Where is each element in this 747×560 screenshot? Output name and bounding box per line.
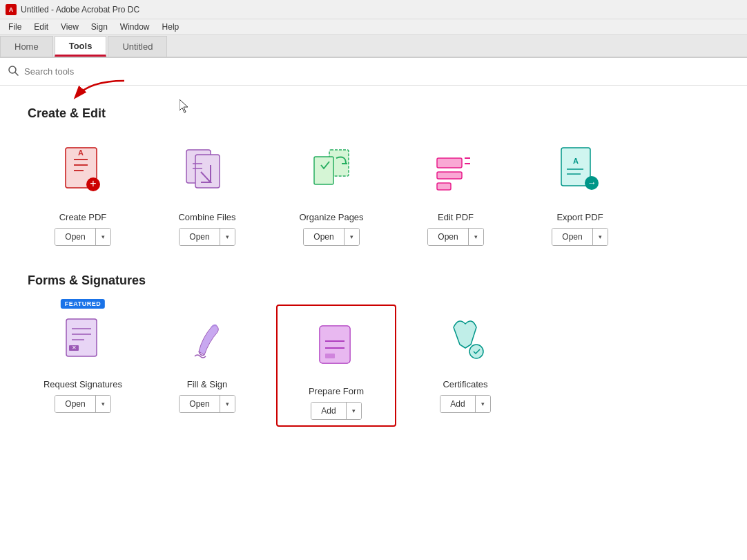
export-pdf-icon-area: A → bbox=[545, 137, 614, 206]
tool-request-signatures: FEATURED ✕ Request Signatures Open ▾ bbox=[28, 305, 138, 427]
request-signatures-btn-group: Open ▾ bbox=[55, 395, 110, 413]
section-forms-signatures: Forms & Signatures FEATURED ✕ Request Si… bbox=[28, 273, 719, 427]
combine-files-icon-area bbox=[173, 137, 242, 206]
organize-pages-icon bbox=[307, 144, 356, 200]
svg-text:✕: ✕ bbox=[71, 345, 76, 351]
menu-help[interactable]: Help bbox=[157, 21, 185, 33]
combine-files-open-btn[interactable]: Open bbox=[180, 229, 219, 245]
export-pdf-dropdown-btn[interactable]: ▾ bbox=[592, 229, 608, 245]
certificates-btn-group: Add ▾ bbox=[440, 395, 490, 413]
svg-rect-18 bbox=[314, 157, 333, 184]
combine-files-dropdown-btn[interactable]: ▾ bbox=[220, 229, 235, 245]
edit-pdf-name: Edit PDF bbox=[438, 212, 474, 222]
window-title: Untitled - Adobe Acrobat Pro DC bbox=[21, 5, 139, 15]
create-pdf-dropdown-btn[interactable]: ▾ bbox=[95, 229, 110, 245]
svg-line-2 bbox=[15, 73, 18, 75]
organize-pages-name: Organize Pages bbox=[299, 212, 363, 222]
menu-bar: File Edit View Sign Window Help bbox=[0, 19, 747, 35]
certificates-icon bbox=[443, 313, 488, 365]
prepare-form-name: Prepare Form bbox=[309, 386, 364, 396]
certificates-add-btn[interactable]: Add bbox=[440, 396, 474, 412]
request-signatures-name: Request Signatures bbox=[43, 379, 122, 389]
tool-combine-files: Combine Files Open ▾ bbox=[152, 137, 262, 246]
combine-files-btn-group: Open ▾ bbox=[179, 228, 235, 246]
main-content: Create & Edit A + Create PDF bbox=[0, 86, 747, 560]
fill-sign-icon bbox=[185, 313, 230, 365]
organize-pages-open-btn[interactable]: Open bbox=[304, 229, 343, 245]
menu-file[interactable]: File bbox=[3, 21, 27, 33]
tool-prepare-form: Prepare Form Add ▾ bbox=[276, 305, 396, 427]
organize-pages-icon-area bbox=[297, 137, 366, 206]
request-signatures-icon: ✕ bbox=[61, 313, 106, 365]
svg-text:A: A bbox=[78, 148, 84, 157]
svg-text:→: → bbox=[588, 177, 596, 188]
title-bar: A Untitled - Adobe Acrobat Pro DC bbox=[0, 0, 747, 19]
edit-pdf-open-btn[interactable]: Open bbox=[428, 229, 467, 245]
svg-text:A: A bbox=[573, 157, 579, 165]
fill-sign-dropdown-btn[interactable]: ▾ bbox=[220, 396, 235, 412]
prepare-form-icon-area bbox=[302, 311, 371, 380]
menu-edit[interactable]: Edit bbox=[28, 21, 54, 33]
tool-certificates: Certificates Add ▾ bbox=[410, 305, 521, 427]
edit-pdf-btn-group: Open ▾ bbox=[427, 228, 483, 246]
create-pdf-name: Create PDF bbox=[59, 212, 107, 222]
menu-view[interactable]: View bbox=[55, 21, 84, 33]
svg-point-41 bbox=[469, 345, 483, 358]
fill-sign-open-btn[interactable]: Open bbox=[180, 396, 219, 412]
search-icon bbox=[8, 66, 19, 78]
section-create-edit-title: Create & Edit bbox=[28, 106, 719, 121]
request-signatures-open-btn[interactable]: Open bbox=[55, 396, 95, 412]
app-icon: A bbox=[6, 4, 17, 15]
tab-tools-label: Tools bbox=[69, 41, 93, 51]
export-pdf-open-btn[interactable]: Open bbox=[552, 229, 592, 245]
combine-files-icon bbox=[183, 144, 231, 200]
export-pdf-icon: A → bbox=[556, 144, 604, 200]
organize-pages-dropdown-btn[interactable]: ▾ bbox=[344, 229, 359, 245]
prepare-form-btn-group: Add ▾ bbox=[311, 402, 361, 420]
fill-sign-name: Fill & Sign bbox=[187, 379, 228, 389]
tab-home[interactable]: Home bbox=[0, 36, 53, 57]
tab-untitled[interactable]: Untitled bbox=[108, 36, 167, 57]
combine-files-name: Combine Files bbox=[178, 212, 235, 222]
svg-rect-20 bbox=[437, 172, 462, 179]
export-pdf-btn-group: Open ▾ bbox=[552, 228, 608, 246]
search-bar bbox=[0, 58, 747, 86]
create-pdf-icon: A + bbox=[59, 144, 107, 200]
section-forms-signatures-title: Forms & Signatures bbox=[28, 273, 719, 288]
forms-signatures-grid: FEATURED ✕ Request Signatures Open ▾ bbox=[28, 305, 719, 427]
certificates-dropdown-btn[interactable]: ▾ bbox=[475, 396, 490, 412]
organize-pages-btn-group: Open ▾ bbox=[303, 228, 359, 246]
create-edit-grid: A + Create PDF Open ▾ bbox=[28, 137, 719, 246]
create-pdf-open-btn[interactable]: Open bbox=[55, 229, 95, 245]
svg-rect-19 bbox=[437, 158, 462, 168]
fill-sign-btn-group: Open ▾ bbox=[179, 395, 235, 413]
menu-window[interactable]: Window bbox=[115, 21, 155, 33]
svg-rect-40 bbox=[325, 354, 335, 358]
featured-badge: FEATURED bbox=[61, 299, 105, 309]
tab-untitled-label: Untitled bbox=[122, 41, 153, 52]
create-pdf-icon-area: A + bbox=[48, 137, 117, 206]
edit-pdf-icon bbox=[431, 144, 480, 200]
search-input[interactable] bbox=[24, 66, 739, 77]
prepare-form-add-btn[interactable]: Add bbox=[311, 403, 345, 419]
request-signatures-dropdown-btn[interactable]: ▾ bbox=[95, 396, 110, 412]
prepare-form-icon bbox=[314, 320, 359, 372]
edit-pdf-icon-area bbox=[421, 137, 490, 206]
menu-sign[interactable]: Sign bbox=[86, 21, 113, 33]
tool-export-pdf: A → Export PDF Open ▾ bbox=[525, 137, 635, 246]
tool-edit-pdf: Edit PDF Open ▾ bbox=[400, 137, 511, 246]
certificates-icon-area bbox=[431, 305, 500, 374]
prepare-form-dropdown-btn[interactable]: ▾ bbox=[346, 403, 361, 419]
create-pdf-btn-group: Open ▾ bbox=[55, 228, 110, 246]
tab-home-label: Home bbox=[14, 41, 39, 52]
fill-sign-icon-area bbox=[173, 305, 242, 374]
export-pdf-name: Export PDF bbox=[556, 212, 603, 222]
certificates-name: Certificates bbox=[443, 379, 487, 389]
edit-pdf-dropdown-btn[interactable]: ▾ bbox=[468, 229, 483, 245]
tab-bar: Home Tools Untitled bbox=[0, 35, 747, 58]
tool-create-pdf: A + Create PDF Open ▾ bbox=[28, 137, 138, 246]
svg-text:+: + bbox=[90, 177, 96, 189]
section-create-edit: Create & Edit A + Create PDF bbox=[28, 106, 719, 246]
svg-rect-21 bbox=[437, 183, 451, 190]
tab-tools[interactable]: Tools bbox=[55, 36, 107, 57]
